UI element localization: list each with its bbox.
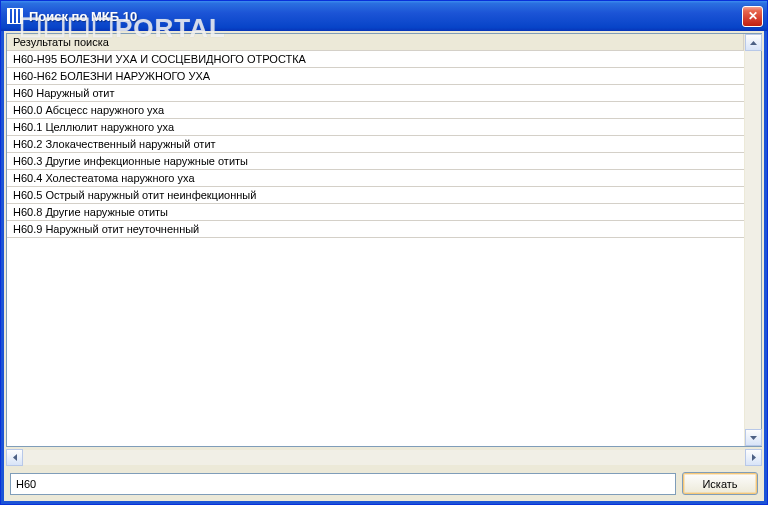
svg-marker-2	[13, 454, 17, 461]
titlebar[interactable]: Поиск по МКБ 10 ✕	[1, 1, 767, 31]
result-row[interactable]: H60.9 Наружный отит неуточненный	[7, 221, 744, 238]
result-row[interactable]: H60.4 Холестеатома наружного уха	[7, 170, 744, 187]
window-title: Поиск по МКБ 10	[29, 9, 742, 24]
svg-marker-3	[752, 454, 756, 461]
results-list[interactable]: Результаты поиска H60-H95 БОЛЕЗНИ УХА И …	[7, 34, 744, 446]
result-row[interactable]: H60.1 Целлюлит наружного уха	[7, 119, 744, 136]
chevron-up-icon	[750, 41, 757, 45]
chevron-left-icon	[13, 454, 17, 461]
result-row[interactable]: H60-H62 БОЛЕЗНИ НАРУЖНОГО УХА	[7, 68, 744, 85]
scroll-left-button[interactable]	[6, 449, 23, 466]
scroll-right-button[interactable]	[745, 449, 762, 466]
search-row: Искать	[6, 466, 762, 499]
vertical-scroll-track[interactable]	[745, 51, 761, 429]
result-row[interactable]: H60.5 Острый наружный отит неинфекционны…	[7, 187, 744, 204]
result-row[interactable]: H60.3 Другие инфекционные наружные отиты	[7, 153, 744, 170]
close-icon: ✕	[748, 9, 758, 23]
horizontal-scrollbar[interactable]	[6, 449, 762, 466]
svg-marker-1	[750, 436, 757, 440]
scroll-up-button[interactable]	[745, 34, 762, 51]
results-header[interactable]: Результаты поиска	[7, 34, 744, 51]
scroll-down-button[interactable]	[745, 429, 762, 446]
result-row[interactable]: H60.2 Злокачественный наружный отит	[7, 136, 744, 153]
search-input[interactable]	[10, 473, 676, 495]
chevron-right-icon	[752, 454, 756, 461]
chevron-down-icon	[750, 436, 757, 440]
result-row[interactable]: H60.8 Другие наружные отиты	[7, 204, 744, 221]
window: ☐☐☐☐PORTAL Поиск по МКБ 10 ✕ Результаты …	[0, 0, 768, 505]
result-row[interactable]: H60 Наружный отит	[7, 85, 744, 102]
vertical-scrollbar[interactable]	[744, 34, 761, 446]
result-row[interactable]: H60.0 Абсцесс наружного уха	[7, 102, 744, 119]
close-button[interactable]: ✕	[742, 6, 763, 27]
app-icon	[7, 8, 23, 24]
horizontal-scroll-track[interactable]	[23, 449, 745, 466]
svg-marker-0	[750, 41, 757, 45]
result-row[interactable]: H60-H95 БОЛЕЗНИ УХА И СОСЦЕВИДНОГО ОТРОС…	[7, 51, 744, 68]
client-area: Результаты поиска H60-H95 БОЛЕЗНИ УХА И …	[1, 31, 767, 504]
search-button[interactable]: Искать	[682, 472, 758, 495]
results-panel: Результаты поиска H60-H95 БОЛЕЗНИ УХА И …	[6, 33, 762, 447]
